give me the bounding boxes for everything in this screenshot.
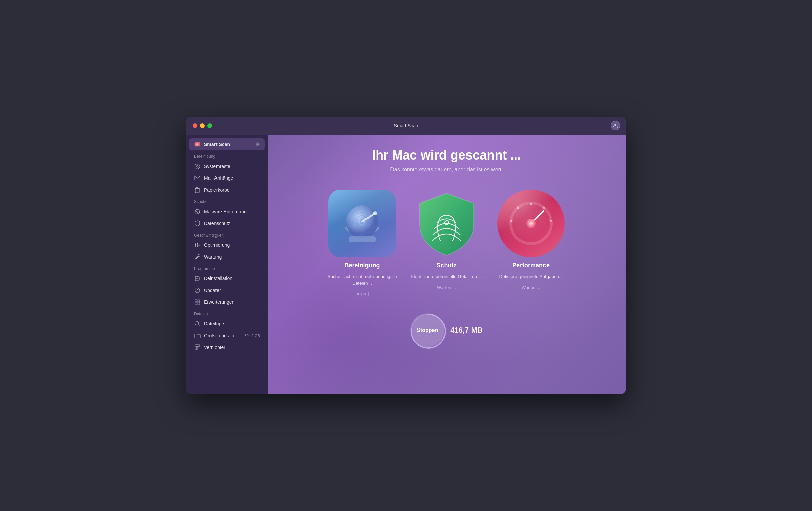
svg-point-63 <box>528 220 534 227</box>
sidebar: Smart Scan › Bereinigung Systemreste <box>186 135 268 394</box>
card-protection: Schutz Identifiziere potentielle Gefahre… <box>409 190 484 296</box>
close-button[interactable] <box>193 123 197 128</box>
sidebar-wartung-label: Wartung <box>204 254 260 260</box>
wrench-icon <box>194 253 201 260</box>
section-label-schutz: Schutz <box>186 196 268 205</box>
svg-line-61 <box>531 211 544 223</box>
sidebar-item-systemreste[interactable]: Systemreste <box>189 161 265 172</box>
privacy-icon <box>194 220 201 227</box>
performance-card-desc: Definiere geeignete Aufgaben... <box>499 274 563 280</box>
svg-point-47 <box>349 209 375 235</box>
sidebar-item-optimierung[interactable]: Optimierung <box>189 239 265 251</box>
extensions-icon <box>194 299 201 306</box>
svg-point-27 <box>195 244 196 245</box>
svg-point-45 <box>345 223 379 234</box>
protection-card-title: Schutz <box>436 262 456 269</box>
svg-point-52 <box>373 211 377 215</box>
cleanup-card-desc: Suche nach nicht mehr benötigten Dateien… <box>325 274 399 287</box>
svg-point-28 <box>197 243 198 244</box>
svg-point-0 <box>614 124 616 126</box>
maximize-button[interactable] <box>207 123 212 128</box>
shield-svg <box>416 191 477 257</box>
avatar[interactable] <box>611 121 620 130</box>
svg-point-46 <box>346 205 378 238</box>
svg-point-55 <box>511 203 551 244</box>
person-icon <box>613 123 618 128</box>
sidebar-malware-label: Malware-Entfernung <box>204 209 260 214</box>
cards-row: Bereinigung Suche nach nicht mehr benöti… <box>325 190 568 296</box>
svg-text:›: › <box>257 143 258 146</box>
svg-line-51 <box>362 213 375 222</box>
svg-point-56 <box>530 203 532 205</box>
sidebar-deinstallation-label: Deinstallation <box>204 276 260 281</box>
smart-scan-icon <box>194 141 201 148</box>
bottom-controls: Stoppen 416,7 MB <box>410 313 482 347</box>
sidebar-mail-label: Mail-Anhänge <box>204 175 260 181</box>
sidebar-item-erweiterungen[interactable]: Erweiterungen <box>189 296 265 308</box>
sidebar-item-dateilupe[interactable]: Dateilupe <box>189 318 265 330</box>
svg-point-50 <box>359 219 365 224</box>
section-label-programme: Programme <box>186 263 268 272</box>
scan-size-label: 416,7 MB <box>450 326 482 335</box>
svg-point-62 <box>526 219 536 228</box>
section-label-geschwindigkeit: Geschwindigkeit <box>186 229 268 239</box>
svg-point-32 <box>195 288 200 293</box>
svg-point-59 <box>510 220 513 222</box>
sidebar-grosse-label: Große und alte... <box>204 333 241 338</box>
section-label-dateien: Dateien <box>186 308 268 318</box>
traffic-lights <box>193 123 212 128</box>
card-performance: Performance Definiere geeignete Aufgaben… <box>494 190 568 296</box>
svg-point-20 <box>197 211 198 213</box>
svg-rect-33 <box>195 300 197 302</box>
sidebar-item-grosse[interactable]: Große und alte... 39,42 GB <box>189 330 265 341</box>
page-subtitle: Das könnte etwas dauern, aber das ist es… <box>390 167 503 173</box>
hdd-svg <box>338 200 386 247</box>
uninstall-icon <box>194 275 201 282</box>
minimize-button[interactable] <box>200 123 205 128</box>
sidebar-systemreste-label: Systemreste <box>204 164 260 169</box>
sidebar-item-updater[interactable]: Updater <box>189 285 265 296</box>
svg-line-41 <box>197 346 197 350</box>
svg-point-58 <box>550 220 552 222</box>
sidebar-smart-scan-arrow: › <box>255 142 260 147</box>
stop-button-label: Stoppen <box>416 327 438 333</box>
sidebar-item-papierkorb[interactable]: Papierkörbe <box>189 184 265 196</box>
hdd-icon <box>194 163 201 170</box>
svg-point-29 <box>199 245 200 246</box>
app-window: Smart Scan Smart Scan <box>186 117 626 394</box>
sidebar-vernichter-label: Vernichter <box>204 345 260 350</box>
performance-card-icon <box>497 190 565 257</box>
stop-button[interactable]: Stoppen <box>410 313 444 347</box>
sidebar-item-vernichter[interactable]: Vernichter <box>189 342 265 353</box>
sidebar-item-deinstallation[interactable]: Deinstallation <box>189 273 265 284</box>
sidebar-optimierung-label: Optimierung <box>204 242 260 248</box>
svg-point-48 <box>353 212 372 231</box>
cleanup-card-status: ar.lproj <box>355 291 369 296</box>
svg-point-60 <box>517 207 519 209</box>
svg-point-49 <box>356 216 368 228</box>
speedometer-svg <box>504 196 558 250</box>
svg-rect-34 <box>198 300 200 302</box>
page-title: Ihr Mac wird gescannt ... <box>372 148 521 163</box>
lens-icon <box>194 320 201 327</box>
svg-rect-39 <box>195 345 200 346</box>
sidebar-item-datenschutz[interactable]: Datenschutz <box>189 218 265 229</box>
svg-point-64 <box>529 222 533 225</box>
sidebar-dateilupe-label: Dateilupe <box>204 321 260 326</box>
sidebar-item-wartung[interactable]: Wartung <box>189 251 265 263</box>
sidebar-datenschutz-label: Datenschutz <box>204 221 260 226</box>
sidebar-updater-label: Updater <box>204 288 260 293</box>
section-label-bereinigung: Bereinigung <box>186 151 268 160</box>
svg-line-44 <box>199 346 199 350</box>
svg-point-7 <box>196 165 198 167</box>
sidebar-smart-scan-label: Smart Scan <box>204 142 252 147</box>
protection-card-desc: Identifiziere potentielle Gefahren ... <box>411 274 482 280</box>
svg-rect-53 <box>349 236 376 242</box>
sidebar-erweiterungen-label: Erweiterungen <box>204 299 260 305</box>
sidebar-item-mail[interactable]: Mail-Anhänge <box>189 172 265 184</box>
svg-line-40 <box>196 346 196 350</box>
sidebar-item-smart-scan[interactable]: Smart Scan › <box>189 138 265 150</box>
sidebar-item-malware[interactable]: Malware-Entfernung <box>189 206 265 217</box>
svg-rect-10 <box>195 188 199 193</box>
updater-icon <box>194 287 201 294</box>
